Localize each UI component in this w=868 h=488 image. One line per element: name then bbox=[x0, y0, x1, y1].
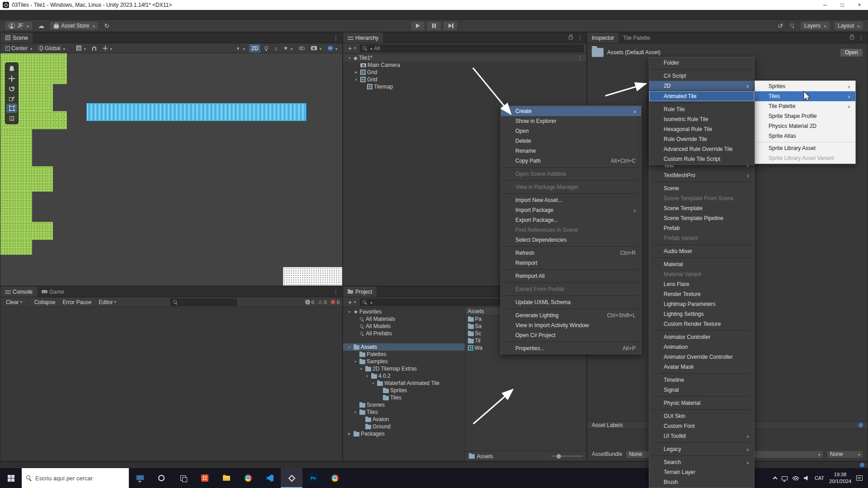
add-object-dropdown[interactable] bbox=[346, 44, 358, 52]
project-tree-row[interactable]: ▼ 4.0.2 bbox=[343, 372, 465, 380]
menu-item[interactable]: Create › bbox=[501, 106, 641, 116]
menu-item[interactable]: Extract From Prefab bbox=[501, 284, 641, 294]
menu-root-item[interactable] bbox=[36, 10, 45, 20]
tool-button[interactable] bbox=[6, 103, 17, 113]
menu-root-item[interactable] bbox=[18, 10, 27, 20]
pivot-dropdown[interactable]: Center bbox=[3, 44, 34, 52]
snap-toggle[interactable] bbox=[90, 44, 99, 52]
project-tree-row[interactable]: Sprites bbox=[343, 387, 465, 394]
taskbar-app-button[interactable] bbox=[237, 468, 259, 488]
menu-item[interactable]: Sprites › bbox=[755, 81, 855, 91]
camera-settings-dropdown[interactable] bbox=[309, 44, 324, 52]
menu-item[interactable]: Brush bbox=[649, 477, 754, 487]
minimize-button[interactable]: ─ bbox=[816, 0, 834, 10]
notification-center-icon[interactable] bbox=[856, 475, 863, 481]
space-dropdown[interactable]: Global bbox=[36, 44, 67, 52]
menu-root-item[interactable] bbox=[54, 10, 63, 20]
scene-lighting-toggle[interactable] bbox=[262, 44, 270, 52]
menu-item[interactable]: Sprite Atlas bbox=[755, 131, 855, 141]
play-button[interactable] bbox=[410, 21, 425, 31]
menu-item[interactable]: Import New Asset... bbox=[501, 195, 641, 205]
layers-dropdown[interactable]: Layers bbox=[800, 21, 830, 30]
cloud-status-icon[interactable] bbox=[860, 463, 864, 467]
tab-project[interactable]: Project bbox=[343, 286, 377, 297]
project-tree-row[interactable]: All Prefabs bbox=[343, 330, 465, 337]
menu-item[interactable]: Avatar Mask bbox=[649, 362, 754, 372]
twisty-icon[interactable]: ▶ bbox=[354, 70, 359, 74]
effects-dropdown[interactable]: ★ bbox=[281, 44, 295, 52]
menu-item[interactable]: Properties... Alt+P bbox=[501, 343, 641, 353]
maximize-button[interactable]: □ bbox=[834, 0, 851, 10]
collapse-toggle[interactable]: Collapse bbox=[32, 298, 58, 306]
lock-icon[interactable] bbox=[850, 36, 854, 39]
menu-item[interactable]: Tiles › bbox=[755, 91, 855, 101]
console-count-toggle[interactable]: 0 bbox=[318, 300, 327, 305]
menu-item[interactable]: Render Texture bbox=[649, 289, 754, 299]
step-button[interactable] bbox=[443, 21, 458, 31]
editor-dropdown[interactable]: Editor bbox=[96, 298, 118, 306]
menu-item[interactable]: Select Dependencies bbox=[501, 235, 641, 245]
taskbar-search[interactable]: Escriu aquí per cercar bbox=[22, 468, 129, 488]
taskbar-app-button[interactable] bbox=[172, 468, 194, 488]
scene-audio-toggle[interactable]: ♪ bbox=[272, 44, 279, 52]
menu-item[interactable]: Rule Override Tile bbox=[649, 134, 754, 144]
open-button[interactable]: Open bbox=[840, 48, 863, 57]
display-tray-icon[interactable] bbox=[782, 476, 788, 480]
tray-expand-icon[interactable] bbox=[773, 477, 777, 481]
cloud-icon[interactable]: ☁ bbox=[36, 21, 46, 30]
menu-item[interactable]: Lens Flare bbox=[649, 279, 754, 289]
gizmos-dropdown[interactable] bbox=[326, 44, 340, 52]
thumbnail-zoom-slider[interactable] bbox=[551, 455, 583, 457]
menu-item[interactable]: Hexagonal Rule Tile bbox=[649, 124, 754, 134]
menu-item[interactable]: Refresh Ctrl+R bbox=[501, 248, 641, 258]
console-count-toggle[interactable]: 0 bbox=[330, 300, 340, 305]
clear-button[interactable]: Clear bbox=[3, 298, 25, 306]
menu-item[interactable]: Scene Template Pipeline bbox=[649, 213, 754, 223]
shading-mode-dropdown[interactable]: ◐ bbox=[235, 44, 247, 52]
tab-hierarchy[interactable]: Hierarchy bbox=[343, 33, 383, 43]
scene-viewport[interactable] bbox=[0, 53, 342, 286]
2d-mode-toggle[interactable]: 2D bbox=[249, 44, 260, 52]
menu-item[interactable]: Lighting Settings bbox=[649, 309, 754, 319]
project-tree-row[interactable]: All Models bbox=[343, 323, 465, 330]
menu-item[interactable]: Copy Path Alt+Ctrl+C bbox=[501, 156, 641, 166]
slider-knob[interactable] bbox=[557, 454, 561, 459]
panel-tab[interactable]: Inspector bbox=[587, 33, 618, 43]
menu-item[interactable]: Signal bbox=[649, 385, 754, 395]
sync-icon[interactable]: ↻ bbox=[102, 21, 111, 30]
menu-item[interactable]: TextMeshPro › bbox=[649, 170, 754, 180]
menu-item[interactable]: Animator Controller bbox=[649, 332, 754, 342]
menu-item[interactable]: Scene Template From Scene bbox=[649, 193, 754, 203]
menu-root-item[interactable] bbox=[72, 10, 81, 20]
tool-button[interactable] bbox=[6, 84, 17, 93]
menu-root-item[interactable] bbox=[27, 10, 36, 20]
menu-item[interactable]: Rule Tile bbox=[649, 104, 754, 114]
menu-item[interactable]: Isometric Rule Tile bbox=[649, 114, 754, 124]
tool-button[interactable] bbox=[6, 64, 17, 73]
kebab-icon[interactable]: ⋮ bbox=[577, 55, 585, 61]
project-tree-row[interactable]: Palettes bbox=[343, 351, 465, 358]
menu-item[interactable]: Delete bbox=[501, 136, 641, 146]
menu-item[interactable]: Reimport All bbox=[501, 271, 641, 281]
menu-item[interactable]: View in Import Activity Window bbox=[501, 320, 641, 330]
scene-visibility-toggle[interactable] bbox=[297, 44, 307, 52]
menu-item[interactable]: Custom Rule Tile Script bbox=[649, 154, 754, 164]
menu-item[interactable]: Tile Palette › bbox=[755, 101, 855, 111]
menu-root-item[interactable] bbox=[0, 10, 9, 20]
taskbar-app-button[interactable] bbox=[151, 468, 172, 488]
kebab-icon[interactable]: ⋮ bbox=[330, 289, 342, 295]
menu-item[interactable]: Show in Explorer bbox=[501, 116, 641, 126]
pause-button[interactable] bbox=[427, 21, 441, 31]
hierarchy-row[interactable]: ▶ Grid bbox=[343, 69, 586, 76]
grid-visual-dropdown[interactable] bbox=[74, 44, 88, 52]
project-tree-row[interactable]: ▼ Waterfall Animated Tile bbox=[343, 380, 465, 387]
kebab-icon[interactable]: ⋮ bbox=[574, 35, 586, 41]
project-tree-row[interactable]: Ground bbox=[343, 423, 465, 430]
history-icon[interactable]: ↺ bbox=[776, 21, 785, 30]
menu-item[interactable]: Open bbox=[501, 126, 641, 136]
menu-item[interactable]: Sprite Library Asset bbox=[755, 143, 855, 153]
menu-item[interactable]: Scene bbox=[649, 183, 754, 193]
tab-scene[interactable]: Scene bbox=[0, 33, 33, 43]
create-asset-dropdown[interactable] bbox=[346, 298, 358, 306]
start-button[interactable] bbox=[0, 468, 22, 488]
